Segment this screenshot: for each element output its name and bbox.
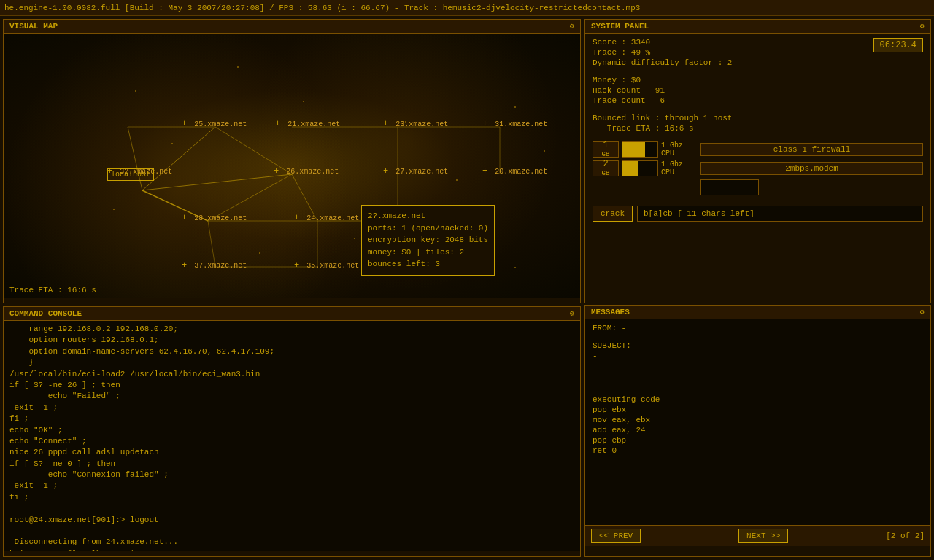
hw-mem-2: 2 GB xyxy=(593,160,619,176)
hw-cpu-label-2: 1 Ghz CPU xyxy=(661,160,698,176)
map-content[interactable]: 25.xmaze.net 21.xmaze.net 23.xmaze.net 3… xyxy=(4,34,580,298)
node-24[interactable]: 24.xmaze.net xyxy=(294,213,359,223)
node-28[interactable]: 28.xmaze.net xyxy=(182,213,247,223)
tooltip-node: 2?.xmaze.net xyxy=(368,210,488,222)
svg-line-1 xyxy=(142,174,292,190)
title-bar: he.engine-1.00.0082.full [Build : May 3 … xyxy=(0,0,934,16)
code-line: pop ebx xyxy=(593,405,923,414)
code-line: pop ebp xyxy=(593,436,923,445)
system-panel: SYSTEM PANEL ⚙ 06:23.4 Score : 3340 Trac… xyxy=(584,19,931,303)
localhost-label: localhost xyxy=(111,171,150,179)
console-line: } xyxy=(9,357,574,368)
msg-code-section: executing code pop ebxmov eax, ebxadd ea… xyxy=(593,395,923,455)
console-line xyxy=(9,526,574,537)
node-24-label: 24.xmaze.net xyxy=(306,214,359,222)
hw-row-2: 2 GB 1 Ghz CPU 2mbps.modem xyxy=(593,160,923,176)
console-line: echo "Connect" ; xyxy=(9,436,574,447)
command-console-panel: COMMAND CONSOLE ⚙ range 192.168.0.2 192.… xyxy=(3,306,581,557)
system-icon: ⚙ xyxy=(920,22,925,31)
node-25[interactable]: 25.xmaze.net xyxy=(182,119,247,129)
crack-button[interactable]: crack xyxy=(593,206,633,222)
node-21-label: 21.xmaze.net xyxy=(287,120,340,128)
code-lines: pop ebxmov eax, ebxadd eax, 24pop ebpret… xyxy=(593,405,923,455)
node-35-label: 35.xmaze.net xyxy=(306,262,359,270)
command-icon: ⚙ xyxy=(570,309,574,318)
node-37[interactable]: 37.xmaze.net xyxy=(182,260,247,271)
hw-row-3 xyxy=(593,179,923,195)
console-content[interactable]: range 192.168.0.2 192.168.0.20; option r… xyxy=(4,321,580,551)
node-31-label: 31.xmaze.net xyxy=(495,120,547,128)
prev-button[interactable]: << PREV xyxy=(591,529,641,543)
visual-map-panel: VISUAL MAP ⚙ xyxy=(3,19,581,303)
node-26-label: 26.xmaze.net xyxy=(286,168,339,176)
node-37-label: 37.xmaze.net xyxy=(194,262,247,270)
console-line: if [ $? -ne 26 ] ; then xyxy=(9,380,574,391)
messages-footer: << PREV NEXT >> [2 of 2] xyxy=(585,525,930,546)
localhost-box: localhost xyxy=(107,168,154,181)
console-line: range 192.168.0.2 192.168.0.20; xyxy=(9,324,574,335)
messages-panel: MESSAGES ⚙ FROM: - SUBJECT: - executing … xyxy=(584,305,931,557)
hw-device-modem: 2mbps.modem xyxy=(700,162,923,175)
system-panel-header: SYSTEM PANEL ⚙ xyxy=(585,20,930,34)
tooltip-bounces: bounces left: 3 xyxy=(368,258,488,271)
bounced-link-row: Bounced link : through 1 host xyxy=(593,114,923,122)
next-button[interactable]: NEXT >> xyxy=(738,529,788,543)
hw-device-firewall: class 1 firewall xyxy=(700,143,923,156)
code-line: mov eax, ebx xyxy=(593,416,923,424)
msg-code-label: executing code xyxy=(593,395,923,404)
node-21[interactable]: 21.xmaze.net xyxy=(275,119,340,129)
hack-row: Hack count 91 xyxy=(593,86,923,95)
hw-cpu-bar-1 xyxy=(622,141,658,158)
code-line: add eax, 24 xyxy=(593,426,923,435)
visual-map-header: VISUAL MAP ⚙ xyxy=(4,20,580,34)
node-25-label: 25.xmaze.net xyxy=(194,120,247,128)
tooltip-encryption: encryption key: 2048 bits xyxy=(368,234,488,246)
node-tooltip: 2?.xmaze.net ports: 1 (open/hacked: 0) e… xyxy=(361,205,495,276)
hw-cpu-bar-2 xyxy=(622,160,658,176)
console-line: echo "Failed" ; xyxy=(9,391,574,402)
console-line: nice 26 pppd call adsl updetach xyxy=(9,447,574,458)
page-indicator: [2 of 2] xyxy=(886,532,925,540)
visual-map-title: VISUAL MAP xyxy=(9,22,58,31)
console-line: exit -1 ; xyxy=(9,481,574,491)
console-line: brianspencer@localhost:> | xyxy=(9,548,574,551)
msg-from: FROM: - xyxy=(593,324,923,332)
messages-icon: ⚙ xyxy=(920,308,925,316)
console-line: exit -1 ; xyxy=(9,402,574,413)
node-27[interactable]: 27.xmaze.net xyxy=(383,166,448,176)
console-line: Disconnecting from 24.xmaze.net... xyxy=(9,537,574,548)
trace-eta-row: Trace ETA : 16:6 s xyxy=(593,124,923,133)
title-text: he.engine-1.00.0082.full [Build : May 3 … xyxy=(4,4,640,12)
node-20[interactable]: 20.xmaze.net xyxy=(482,166,547,176)
console-line: fi ; xyxy=(9,413,574,424)
messages-content: FROM: - SUBJECT: - executing code pop eb… xyxy=(585,319,930,525)
system-content: 06:23.4 Score : 3340 Trace : 49 % Dynami… xyxy=(585,34,930,298)
console-line: echo "Connexion failed" ; xyxy=(9,470,574,481)
command-console-title: COMMAND CONSOLE xyxy=(9,309,82,318)
console-line xyxy=(9,503,574,514)
msg-subject-value: - xyxy=(593,351,923,360)
crack-section: crack xyxy=(593,206,923,222)
node-31[interactable]: 31.xmaze.net xyxy=(482,119,547,129)
timer-display: 06:23.4 xyxy=(873,38,923,52)
trace-count-row: Trace count 6 xyxy=(593,96,923,105)
command-console-header: COMMAND CONSOLE ⚙ xyxy=(4,307,580,321)
visual-map-icon: ⚙ xyxy=(570,22,574,31)
node-26[interactable]: 26.xmaze.net xyxy=(274,166,339,176)
money-row: Money : $0 xyxy=(593,76,923,85)
node-23[interactable]: 23.xmaze.net xyxy=(383,119,448,129)
console-line: /usr/local/bin/eci-load2 /usr/local/bin/… xyxy=(9,369,574,380)
console-line: option routers 192.168.0.1; xyxy=(9,335,574,346)
node-28-label: 28.xmaze.net xyxy=(194,214,247,222)
node-35[interactable]: 35.xmaze.net xyxy=(294,260,359,271)
console-line: if [ $? -ne 0 ] ; then xyxy=(9,459,574,470)
node-27-label: 27.xmaze.net xyxy=(395,168,448,176)
map-trace-eta: Trace ETA : 16:6 s xyxy=(9,286,96,295)
node-20-label: 20.xmaze.net xyxy=(495,168,547,176)
crack-input[interactable] xyxy=(637,206,923,222)
messages-header: MESSAGES ⚙ xyxy=(585,306,930,319)
system-panel-title: SYSTEM PANEL xyxy=(591,22,649,31)
node-23-label: 23.xmaze.net xyxy=(395,120,448,128)
hw-mem-1: 1 GB xyxy=(593,141,619,158)
msg-subject-label: SUBJECT: xyxy=(593,341,923,350)
